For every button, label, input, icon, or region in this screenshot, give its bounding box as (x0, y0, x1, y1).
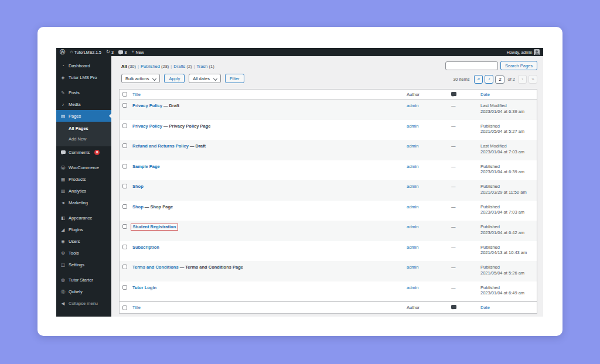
prev-page-button[interactable]: ‹ (485, 75, 493, 84)
sidebar-item-marketing[interactable]: ◄Marketing (56, 197, 111, 208)
author-link[interactable]: admin (407, 123, 418, 129)
submenu-item-all-pages[interactable]: All Pages (56, 123, 111, 133)
page-title-link[interactable]: Privacy Policy (132, 103, 162, 108)
new-content-menu[interactable]: + New (131, 50, 144, 54)
select-all-checkbox[interactable] (122, 92, 127, 97)
apply-button[interactable]: Apply (164, 74, 185, 83)
row-checkbox[interactable] (122, 103, 127, 108)
column-date-footer[interactable]: Date (480, 305, 490, 310)
submenu-item-add-new[interactable]: Add New (56, 133, 111, 144)
row-checkbox[interactable] (122, 224, 127, 229)
post-state-label: — Shop Page (144, 204, 173, 210)
author-cell: admin (407, 160, 451, 169)
author-link[interactable]: admin (407, 224, 418, 229)
next-page-button[interactable]: › (518, 75, 527, 84)
row-checkbox[interactable] (122, 143, 127, 148)
adminbar-comments-menu[interactable]: 8 (118, 50, 127, 54)
title-cell: Shop — Shop Page (130, 201, 407, 210)
site-name-menu[interactable]: ⌂ TutorLMS2.1.5 (70, 50, 101, 54)
row-checkbox[interactable] (122, 204, 127, 209)
updates-icon: ↻ (106, 50, 110, 54)
search-pages-button[interactable]: Search Pages (500, 61, 537, 70)
column-title-footer[interactable]: Title (132, 305, 141, 310)
sidebar-item-users[interactable]: ◉Users (56, 235, 111, 247)
all-dates-select[interactable]: All dates (189, 74, 221, 83)
row-checkbox[interactable] (122, 184, 127, 188)
page-title-link[interactable]: Shop (132, 184, 144, 189)
sidebar-item-tools[interactable]: ⚙Tools (56, 247, 111, 259)
first-page-button[interactable]: « (474, 75, 483, 84)
table-row: Student Registrationadmin—Published2023/… (120, 221, 537, 241)
sidebar-item-media[interactable]: ♪Media (56, 98, 111, 110)
sidebar-item-posts[interactable]: ✎Posts (56, 87, 111, 98)
page-title-link[interactable]: Refund and Returns Policy (132, 143, 189, 149)
comments-column-icon-bottom (451, 305, 456, 309)
sidebar-item-products[interactable]: ▦Products (56, 173, 111, 185)
sidebar-item-analytics[interactable]: ▥Analytics (56, 185, 111, 197)
title-cell: Refund and Returns Policy — Draft (130, 140, 407, 149)
date-status: Published (480, 123, 537, 129)
page-title-link[interactable]: Tutor Login (132, 285, 156, 290)
page-title-link[interactable]: Shop (132, 204, 144, 210)
woocommerce-icon: Ⓦ (60, 165, 66, 170)
page-title-link[interactable]: Privacy Policy (132, 123, 162, 129)
sidebar-item-appearance[interactable]: ◧Appearance (56, 212, 111, 224)
sidebar-item-comments[interactable]: Comments8 (56, 146, 111, 158)
row-checkbox[interactable] (122, 123, 127, 128)
sidebar-item-label: Comments (69, 150, 90, 155)
dashboard-icon: ◔ (60, 63, 66, 68)
sidebar-item-tutor-starter[interactable]: ◍Tutor Starter (56, 274, 111, 286)
column-title-header[interactable]: Title (132, 92, 141, 97)
author-link[interactable]: admin (407, 184, 418, 189)
bulk-actions-select[interactable]: Bulk actions (121, 74, 160, 83)
sidebar-item-qubely[interactable]: ⓆQubely (56, 286, 111, 297)
last-page-button[interactable]: » (529, 75, 537, 84)
view-trash[interactable]: Trash (1) (197, 64, 214, 69)
updates-menu[interactable]: ↻ 3 (106, 50, 114, 54)
sidebar-item-label: Pages (69, 114, 81, 119)
sidebar-item-plugins[interactable]: ◢Plugins (56, 224, 111, 235)
sidebar-item-dashboard[interactable]: ◔Dashboard (56, 60, 111, 71)
adminbar-comments-count: 8 (125, 50, 127, 54)
title-cell: Shop (130, 180, 407, 189)
author-link[interactable]: admin (407, 265, 418, 270)
view-drafts[interactable]: Drafts (2) (173, 64, 192, 69)
search-input[interactable] (445, 61, 498, 70)
row-checkbox[interactable] (122, 285, 127, 290)
date-status: Published (480, 224, 537, 230)
author-link[interactable]: admin (407, 245, 418, 250)
comments-icon (60, 150, 66, 155)
post-state-label: — Draft (162, 103, 179, 108)
author-cell: admin (407, 201, 451, 210)
wp-logo-menu[interactable]: Ⓦ (60, 49, 66, 56)
view-published[interactable]: Published (28) (141, 64, 169, 69)
column-date-header[interactable]: Date (480, 92, 490, 97)
sidebar-item-woocommerce[interactable]: ⓌWooCommerce (56, 162, 111, 173)
view-all[interactable]: All (30) (121, 64, 136, 69)
media-icon: ♪ (60, 102, 66, 107)
row-checkbox[interactable] (122, 164, 127, 169)
page-title-link[interactable]: Student Registration (131, 224, 179, 231)
page-title-link[interactable]: Subscription (132, 245, 159, 250)
sidebar-item-collapse-menu[interactable]: ◀Collapse menu (56, 297, 111, 309)
select-all-checkbox-bottom[interactable] (122, 305, 127, 310)
filter-button[interactable]: Filter (225, 74, 244, 83)
page-title-link[interactable]: Sample Page (132, 164, 160, 169)
row-checkbox[interactable] (122, 265, 127, 269)
author-link[interactable]: admin (407, 143, 418, 149)
comment-count: — (451, 241, 480, 250)
sidebar-item-pages[interactable]: ▤Pages (56, 110, 111, 122)
sidebar-item-tutor-lms-pro[interactable]: ◈Tutor LMS Pro (56, 71, 111, 83)
admin-bar: Ⓦ ⌂ TutorLMS2.1.5 ↻ 3 8 + New (56, 48, 543, 56)
settings-icon: ◫ (60, 262, 66, 267)
author-link[interactable]: admin (407, 285, 418, 290)
current-page-input[interactable] (495, 75, 504, 84)
row-checkbox-cell (120, 201, 130, 209)
sidebar-item-settings[interactable]: ◫Settings (56, 259, 111, 270)
author-link[interactable]: admin (407, 204, 418, 210)
row-checkbox[interactable] (122, 245, 127, 249)
page-title-link[interactable]: Terms and Conditions (132, 265, 179, 270)
author-link[interactable]: admin (407, 164, 418, 169)
my-account-menu[interactable]: Howdy, admin (507, 49, 540, 55)
author-link[interactable]: admin (407, 103, 418, 108)
